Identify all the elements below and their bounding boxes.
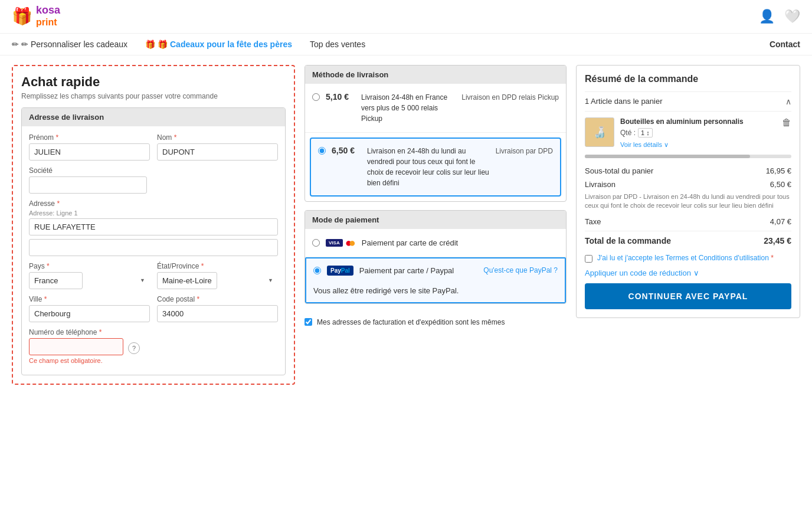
summary-title: Résumé de la commande [585, 74, 791, 84]
lastname-group: Nom * [157, 133, 278, 161]
cart-item-thumbnail: 🍶 [585, 117, 614, 147]
lastname-label: Nom * [157, 133, 278, 142]
country-group: Pays * France Belgique Suisse Luxembourg [29, 262, 150, 289]
gift-icon: 🎁 [145, 40, 155, 49]
promo-link[interactable]: Appliquer un code de réduction ∨ [585, 269, 791, 277]
payment-header: Mode de paiement [305, 211, 566, 229]
country-select-wrapper: France Belgique Suisse Luxembourg [29, 272, 150, 289]
state-label: État/Province * [157, 262, 278, 270]
qty-stepper[interactable]: 1 ↕ [638, 128, 653, 138]
delivery-desc-2: Livraison en 24-48h du lundi au vendredi… [367, 146, 490, 188]
lastname-required: * [174, 133, 177, 142]
nav-item-top-ventes[interactable]: Top des ventes [310, 40, 365, 49]
terms-label: J'ai lu et j'accepte les Termes et Condi… [597, 254, 774, 262]
delivery-option-2[interactable]: 6,50 € Livraison en 24-48h du lundi au v… [310, 138, 561, 197]
order-summary: Résumé de la commande 1 Article dans le … [576, 65, 800, 319]
address-line1-input[interactable] [29, 218, 278, 235]
company-input[interactable] [29, 176, 147, 194]
nav: ✏ ✏ Personnaliser les cadeaux 🎁 🎁 Cadeau… [0, 34, 812, 55]
progress-fill [585, 155, 750, 158]
wishlist-icon[interactable]: 🤍 [784, 9, 800, 24]
address-main-label: Adresse * [29, 199, 278, 208]
sous-total-value: 16,95 € [766, 166, 791, 175]
country-state-row: Pays * France Belgique Suisse Luxembourg [29, 262, 278, 289]
left-column: Achat rapide Remplissez les champs suiva… [12, 65, 295, 385]
delivery-section: Méthode de livraison 5,10 € Livraison 24… [304, 65, 567, 202]
state-select[interactable]: Maine-et-Loire Paris Lyon [157, 272, 217, 289]
city-input[interactable] [29, 305, 150, 322]
nav-contact[interactable]: Contact [770, 40, 800, 49]
delivery-header: Méthode de livraison [305, 66, 566, 84]
country-label: Pays * [29, 262, 150, 270]
logo[interactable]: 🎁 kosa print [12, 5, 60, 28]
payment-option-paypal[interactable]: PayPal Paiement par carte / Paypal Qu'es… [305, 257, 566, 303]
livraison-row: Livraison 6,50 € [585, 178, 791, 191]
mastercard-icon: ●● [345, 236, 356, 250]
delete-item-icon[interactable]: 🗑 [782, 117, 791, 128]
city-postal-row: Ville * Code postal * [29, 295, 278, 322]
address-sublabel: Adresse: Ligne 1 [29, 210, 278, 217]
cart-count: 1 Article dans le panier [585, 97, 663, 106]
cart-item-name: Bouteilles en aluminium personnalis [620, 117, 776, 126]
billing-checkbox-label: Mes adresses de facturation et d'expédit… [317, 318, 505, 326]
payment-section: Mode de paiement VISA ●● Paiement par ca… [304, 210, 567, 304]
delivery-option-1[interactable]: 5,10 € Livraison 24-48h en France vers p… [305, 84, 566, 133]
taxe-row: Taxe 4,07 € [585, 215, 791, 228]
cart-item-qty: Qté : 1 ↕ [620, 128, 776, 138]
payment-card-icons: VISA ●● [326, 236, 356, 250]
paypal-whats-this[interactable]: Qu'est-ce que PayPal ? [483, 266, 558, 274]
firstname-required: * [55, 133, 58, 142]
user-icon[interactable]: 👤 [759, 9, 775, 24]
payment-radio-paypal[interactable] [313, 267, 321, 274]
logo-kosa: kosa [36, 4, 60, 16]
nav-item-personnaliser[interactable]: ✏ ✏ Personnaliser les cadeaux [12, 40, 127, 49]
nav-item-cadeaux[interactable]: 🎁 🎁 Cadeaux pour la fête des pères [145, 40, 292, 49]
delivery-price-2: 6,50 € [332, 146, 361, 155]
right-column: Résumé de la commande 1 Article dans le … [576, 65, 800, 385]
company-label: Société [29, 166, 278, 175]
address-line2-input[interactable] [29, 239, 278, 256]
phone-help-icon[interactable]: ? [128, 342, 140, 354]
name-row: Prénom * Nom * [29, 133, 278, 161]
phone-input[interactable] [29, 338, 123, 355]
livraison-value: 6,50 € [770, 180, 791, 189]
phone-row: ? [29, 338, 278, 355]
firstname-input[interactable] [29, 143, 150, 161]
postal-input[interactable] [157, 305, 278, 322]
delivery-price-1: 5,10 € [326, 92, 355, 102]
country-select[interactable]: France Belgique Suisse Luxembourg [29, 272, 83, 289]
cart-item-details: Bouteilles en aluminium personnalis Qté … [620, 117, 776, 149]
sous-total-row: Sous-total du panier 16,95 € [585, 164, 791, 178]
delivery-type-2: Livraison par DPD [496, 146, 553, 156]
address-group: Adresse * Adresse: Ligne 1 [29, 199, 278, 256]
lastname-input[interactable] [157, 143, 278, 161]
cart-header[interactable]: 1 Article dans le panier ∧ [585, 91, 791, 112]
logo-text: kosa print [36, 5, 60, 28]
phone-error-text: Ce champ est obligatoire. [29, 357, 278, 364]
cart-see-details[interactable]: Voir les détails ∨ [620, 141, 669, 148]
payment-radio-card[interactable] [312, 239, 320, 247]
main-layout: Achat rapide Remplissez les champs suiva… [0, 55, 812, 394]
address-form: Prénom * Nom * Société [22, 126, 285, 375]
achat-rapide-box: Achat rapide Remplissez les champs suiva… [12, 65, 295, 385]
billing-checkbox-input[interactable] [304, 318, 312, 326]
phone-label: Numéro de téléphone * [29, 328, 278, 336]
terms-row: J'ai lu et j'accepte les Termes et Condi… [585, 254, 791, 263]
paypal-redirect-text: Vous allez être redirigé vers le site Pa… [313, 281, 558, 295]
payment-option-card[interactable]: VISA ●● Paiement par carte de crédit [305, 229, 566, 257]
terms-checkbox[interactable] [585, 255, 592, 263]
paypal-label: Paiement par carte / Paypal [359, 266, 477, 275]
progress-bar [585, 155, 791, 158]
phone-group: Numéro de téléphone * ? Ce champ est obl… [29, 328, 278, 364]
header-icons: 👤 🤍 [759, 9, 800, 24]
delivery-radio-2[interactable] [318, 147, 326, 155]
header: 🎁 kosa print 👤 🤍 [0, 0, 812, 34]
paypal-continue-button[interactable]: CONTINUER AVEC PAYPAL [585, 283, 791, 309]
cart-item: 🍶 Bouteilles en aluminium personnalis Qt… [585, 117, 791, 149]
firstname-group: Prénom * [29, 133, 150, 161]
delivery-radio-1[interactable] [312, 93, 320, 101]
achat-rapide-subtitle: Remplissez les champs suivants pour pass… [21, 92, 286, 100]
billing-checkbox-row: Mes adresses de facturation et d'expédit… [304, 312, 567, 332]
postal-label: Code postal * [157, 295, 278, 303]
achat-rapide-title: Achat rapide [21, 74, 286, 90]
